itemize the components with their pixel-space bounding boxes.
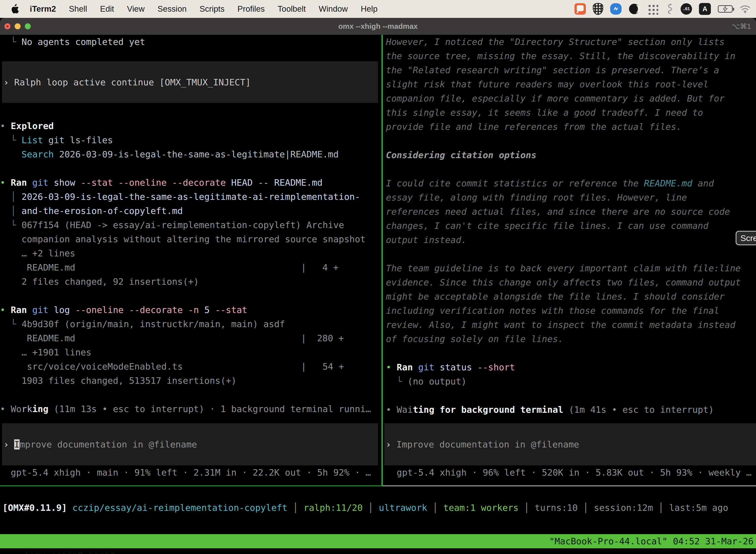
text-segment: │ [0,191,21,202]
left-model-status-line: gpt-5.4 xhigh · main · 91% left · 2.31M … [0,465,381,480]
text-segment: Improve documentation in @filename [396,439,579,449]
text-segment: mprove documentation in @filename [19,439,197,449]
close-button[interactable] [4,23,10,29]
tmux-status-bar[interactable]: [omx-cczip0:bash* "MacBook-Pro-44.local"… [0,534,756,548]
text-segment: ultrawork [379,503,427,513]
shield-grid-icon[interactable] [593,3,603,15]
terminal-row: companion file, especially if more comme… [386,91,756,106]
text-segment: • [0,121,11,131]
text-segment: I [14,439,19,449]
text-segment: │ [519,503,535,513]
terminal-row: [OMX#0.11.9] cczip/essay/ai-reimplementa… [2,501,756,515]
menu-item-view[interactable]: View [127,4,145,14]
squiggle-icon[interactable] [665,3,674,15]
spacer [75,341,301,341]
terminal-row: provide file and line references from th… [386,120,756,134]
text-segment: │ [363,503,379,513]
terminal-row: gpt-5.4 xhigh · 96% left · 520K in · 5.8… [386,465,756,480]
text-segment: 2026-03-09-is-legal-the-same-as-legitima… [21,191,360,202]
text-segment: │ [288,503,304,513]
window-shortcut-badge: ⌥⌘1 [732,22,751,31]
apple-logo-icon[interactable] [10,3,20,14]
keyboard-a-icon[interactable]: A [699,3,711,15]
text-segment: Wai [397,404,413,415]
text-segment: --short [472,362,515,372]
text-segment: turns:10 [535,503,578,513]
text-segment: | 54 + [301,362,344,372]
text-segment: No agents completed yet [21,37,145,47]
terminal-row: 1903 files changed, 513517 insertions(+) [0,374,381,388]
text-segment: (1m 41s • esc to interrupt) [563,404,714,415]
terminal-row: the source tree, missing the essay. Stil… [386,49,756,63]
count-badge-label: ..61 [683,6,690,11]
messages-icon[interactable] [574,3,586,15]
text-segment: review. Also, I might want to inspect th… [386,320,736,330]
left-pane-top-output: └ No agents completed yet [0,35,381,49]
right-pane-body: However, I noticed the "Directory Struct… [386,35,756,403]
text-segment: Considering citation options [386,150,537,160]
terminal-row [0,289,381,303]
text-segment: gpt-5.4 xhigh · 96% left · 520K in · 5.8… [386,467,752,478]
terminal-row [386,346,756,360]
input-source-label: A [702,5,707,13]
menu-item-toolbelt[interactable]: Toolbelt [277,4,306,14]
wifi-icon[interactable] [740,5,751,13]
menu-item-window[interactable]: Window [319,4,348,14]
spacer [75,270,301,271]
window-title: omx --xhigh --madmax [338,22,418,31]
text-segment: HEAD [226,177,252,188]
terminal-row [0,161,381,175]
right-pane[interactable]: However, I noticed the "Directory Struct… [383,35,756,486]
count-badge-icon[interactable]: ..61 [681,3,692,15]
menu-item-profiles[interactable]: Profiles [237,4,265,14]
minimize-button[interactable] [15,23,20,29]
text-segment: 2026-03-09-is-legal-the-same-as-legitima… [54,149,339,159]
text-segment: (11m 13s • esc to interrupt) · 1 backgro… [48,404,371,414]
terminal-row: of focusing solely on file lines. [386,332,756,346]
terminal-row: The team guideline is to back every impo… [386,261,756,275]
text-segment: Wo [11,404,21,414]
text-segment: README.md [269,177,323,188]
text-segment: ting for background terminal [413,404,563,415]
left-working-status: • Working (11m 13s • esc to interrupt) ·… [0,402,381,416]
text-segment: and [692,178,714,188]
terminal-row [386,247,756,261]
menu-items: iTerm2ShellEditViewSessionScriptsProfile… [30,4,378,14]
right-input-box[interactable]: › Improve documentation in @filename [384,423,756,465]
left-input-box[interactable]: › Improve documentation in @filename [2,423,378,465]
text-segment: Explored [11,121,54,131]
menu-item-shell[interactable]: Shell [69,4,87,14]
terminal-row: slight risk that future readers may over… [386,77,756,91]
battery-icon[interactable] [718,5,733,13]
left-pane[interactable]: └ No agents completed yet › Ralph loop a… [0,35,381,486]
terminal-row: companion analysis without altering the … [0,232,381,246]
terminal-row: • Waiting for background terminal (1m 41… [386,403,756,417]
terminal-row [386,162,756,176]
spacer [183,369,301,370]
terminal-row: 2 files changed, 92 insertions(+) [0,275,381,289]
window-title-bar[interactable]: omx --xhigh --madmax ⌥⌘1 [0,18,756,35]
text-segment: -- [253,177,269,188]
left-injected-prompt-box[interactable]: › Ralph loop active continue [OMX_TMUX_I… [2,61,378,103]
text-segment: • [0,177,11,188]
text-segment: | 280 + [301,333,344,343]
menu-item-edit[interactable]: Edit [100,4,114,14]
zoom-button[interactable] [25,23,31,29]
dots-grid-icon[interactable] [647,3,658,15]
menu-item-iterm2[interactable]: iTerm2 [30,4,56,14]
menu-item-session[interactable]: Session [158,4,187,14]
menu-item-help[interactable]: Help [361,4,378,14]
text-segment: 5 [199,305,209,315]
traffic-lights [4,18,31,35]
text-segment: › [3,77,14,88]
screen-overlay-pill[interactable]: Scre [736,231,756,245]
blue-badge-icon[interactable] [610,3,622,15]
kaleidoscope-icon[interactable] [629,3,640,15]
text-segment: │ [0,206,21,216]
text-segment: I could cite commit statistics or refere… [386,178,644,188]
menu-item-scripts[interactable]: Scripts [199,4,225,14]
text-segment: … +1901 lines [0,347,91,357]
text-segment: • [386,404,397,415]
terminal-row: │ 2026-03-09-is-legal-the-same-as-legiti… [0,189,381,204]
text-segment: 067f154 (HEAD -> essay/ai-reimplementati… [21,220,344,230]
